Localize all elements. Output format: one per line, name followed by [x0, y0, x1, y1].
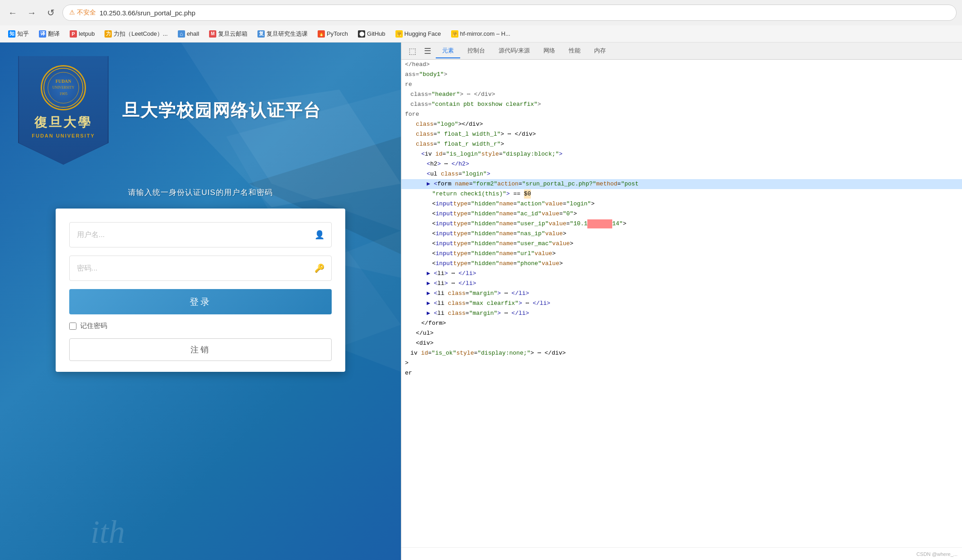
main-content: FUDAN UNIVERSITY 1905 復旦大學 FUDAN UNIVERS…	[0, 43, 962, 560]
devtools-code-view[interactable]: </head> ass="body1"> re class="header"> …	[401, 60, 962, 547]
bookmark-fudan-grad[interactable]: 复 复旦研究生选课	[254, 28, 311, 40]
username-input[interactable]	[69, 222, 332, 247]
tab-elements[interactable]: 元素	[436, 44, 460, 58]
code-line: class=" float_l width_l"> ⋯ </div>	[401, 129, 962, 139]
csdn-badge: CSDN @where_...	[916, 551, 957, 557]
code-line: class=" float_r width_r">	[401, 139, 962, 149]
code-line: </form>	[401, 318, 962, 328]
logo-circle: FUDAN UNIVERSITY 1905	[41, 65, 86, 110]
back-button[interactable]: ←	[5, 5, 20, 20]
remember-row: 记住密码	[69, 322, 332, 330]
code-line: class="contain pbt boxshow clearfix">	[401, 100, 962, 109]
remember-label: 记住密码	[80, 322, 107, 330]
code-line: ▶ <li class="margin"> ⋯ </li>	[401, 308, 962, 318]
reload-button[interactable]: ↺	[43, 5, 58, 20]
code-line: <div>	[401, 338, 962, 348]
code-line: re	[401, 80, 962, 90]
tab-memory[interactable]: 内存	[588, 44, 612, 58]
bookmark-letpub[interactable]: P letpub	[66, 28, 98, 39]
pytorch-icon: 🔥	[318, 30, 325, 38]
user-icon: 👤	[314, 230, 324, 240]
login-subtitle: 请输入统一身份认证UIS的用户名和密码	[128, 187, 272, 198]
code-line: <input type="hidden" name="action" value…	[401, 199, 962, 209]
svg-text:1905: 1905	[59, 91, 68, 96]
security-warning-icon: ⚠ 不安全	[69, 9, 96, 17]
logo-badge: FUDAN UNIVERSITY 1905 復旦大學 FUDAN UNIVERS…	[18, 56, 109, 165]
tab-sources[interactable]: 源代码/来源	[492, 44, 536, 58]
devtools-panel: ⬚ ☰ 元素 控制台 源代码/来源 网络 性能 内存 </head> ass="…	[401, 43, 962, 560]
bookmark-leetcode[interactable]: 力 力扣（LeetCode）...	[101, 28, 171, 40]
bookmark-huggingface[interactable]: 🤗 Hugging Face	[392, 28, 445, 39]
code-line: <input type="hidden" name="nas_ip" value…	[401, 229, 962, 239]
code-line: class="logo"></div>	[401, 119, 962, 129]
login-container: 请输入统一身份认证UIS的用户名和密码 👤 🔑 登录 记住密码 注销	[0, 178, 401, 560]
portal-page: FUDAN UNIVERSITY 1905 復旦大學 FUDAN UNIVERS…	[0, 43, 401, 560]
code-line: <input type="hidden" name="phone" value>	[401, 259, 962, 269]
code-line: class="header"> ⋯ </div>	[401, 90, 962, 100]
code-line: </ul>	[401, 328, 962, 338]
browser-toolbar: ← → ↺ ⚠ 不安全 10.250.3.66/srun_portal_pc.p…	[0, 0, 962, 25]
code-line-selected: ▶ <form name="form2" action="srun_portal…	[401, 179, 962, 189]
fudan-mail-icon: M	[209, 30, 216, 38]
login-box: 👤 🔑 登录 记住密码 注销	[56, 209, 345, 372]
code-line: fore	[401, 109, 962, 119]
devtools-tabs: ⬚ ☰ 元素 控制台 源代码/来源 网络 性能 内存	[401, 43, 962, 60]
code-line: ▶ <li> ⋯ </li>	[401, 269, 962, 279]
bookmark-hf-mirror[interactable]: 🤗 hf-mirror.com – H...	[448, 28, 514, 39]
leetcode-icon: 力	[105, 30, 112, 38]
code-line: <input type="hidden" name="user_mac" val…	[401, 239, 962, 249]
github-icon: ⬤	[358, 30, 365, 38]
code-line: "return check1(this)"> == $0	[401, 189, 962, 199]
zhihu-icon: 知	[8, 30, 15, 38]
url-text: 10.250.3.66/srun_portal_pc.php	[100, 9, 195, 17]
code-line: <ul class="login">	[401, 169, 962, 179]
device-icon[interactable]: ☰	[420, 44, 435, 58]
letpub-icon: P	[70, 30, 77, 38]
bookmark-ehall[interactable]: ⌂ ehall	[174, 28, 203, 39]
bookmark-zhihu[interactable]: 知 知乎	[5, 28, 33, 40]
code-line: er	[401, 368, 962, 378]
code-line: ass="body1">	[401, 70, 962, 80]
password-group: 🔑	[69, 256, 332, 281]
devtools-bottom-bar: CSDN @where_...	[401, 547, 962, 560]
inspect-icon[interactable]: ⬚	[405, 44, 419, 58]
code-line: ▶ <li class="max clearfix"> ⋯ </li>	[401, 299, 962, 308]
ehall-icon: ⌂	[178, 30, 185, 38]
code-line: >	[401, 358, 962, 368]
address-bar[interactable]: ⚠ 不安全 10.250.3.66/srun_portal_pc.php	[62, 5, 957, 21]
portal-title: 旦大学校园网络认证平台	[122, 99, 321, 122]
code-line: iv id="is_ok" style="display:none;"> ⋯ <…	[401, 348, 962, 358]
login-button[interactable]: 登录	[69, 289, 332, 314]
bookmarks-bar: 知 知乎 译 翻译 P letpub 力 力扣（LeetCode）... ⌂ e…	[0, 25, 962, 43]
portal-header: FUDAN UNIVERSITY 1905 復旦大學 FUDAN UNIVERS…	[0, 43, 401, 178]
remember-checkbox[interactable]	[69, 323, 76, 330]
code-line: <h2> ⋯ </h2>	[401, 159, 962, 169]
code-line: ▶ <li class="margin"> ⋯ </li>	[401, 289, 962, 299]
svg-text:FUDAN: FUDAN	[56, 79, 71, 84]
username-group: 👤	[69, 222, 332, 247]
code-line: <iv id="is_login" style="display:block;"…	[401, 149, 962, 159]
code-line: <input type="hidden" name="url" value>	[401, 249, 962, 259]
code-line: <input type="hidden" name="ac_id" value=…	[401, 209, 962, 219]
code-line: ▶ <li> ⋯ </li>	[401, 279, 962, 289]
key-icon: 🔑	[314, 263, 324, 273]
tab-network[interactable]: 网络	[537, 44, 562, 58]
forward-button[interactable]: →	[24, 5, 39, 20]
bookmark-fudan-mail[interactable]: M 复旦云邮箱	[205, 28, 251, 40]
password-input[interactable]	[69, 256, 332, 281]
bookmark-github[interactable]: ⬤ GitHub	[354, 28, 389, 39]
logo-text-cn: 復旦大學	[34, 114, 92, 131]
fudan-grad-icon: 复	[257, 30, 265, 38]
code-line: <input type="hidden" name="user_ip" valu…	[401, 219, 962, 229]
bookmark-pytorch[interactable]: 🔥 PyTorch	[314, 28, 352, 39]
bookmark-translate[interactable]: 译 翻译	[35, 28, 63, 40]
tab-console[interactable]: 控制台	[461, 44, 491, 58]
code-line: </head>	[401, 60, 962, 70]
browser-chrome: ← → ↺ ⚠ 不安全 10.250.3.66/srun_portal_pc.p…	[0, 0, 962, 43]
huggingface-icon: 🤗	[395, 30, 403, 38]
logout-button[interactable]: 注销	[69, 338, 332, 361]
hf-mirror-icon: 🤗	[451, 30, 458, 38]
logo-text-en: FUDAN UNIVERSITY	[32, 133, 95, 138]
translate-icon: 译	[39, 30, 46, 38]
tab-performance[interactable]: 性能	[562, 44, 587, 58]
